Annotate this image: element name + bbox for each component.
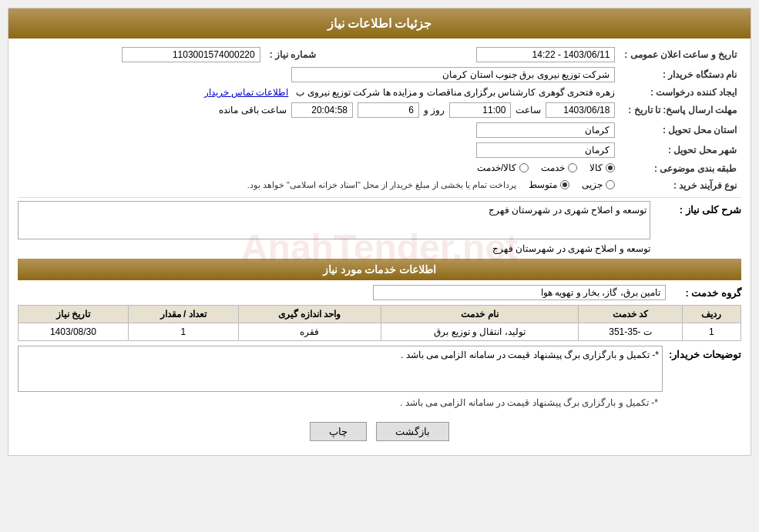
remaining-time: 1403/06/18 ساعت 11:00 روز و 6 20:04:58 س… bbox=[219, 102, 615, 118]
tarikh-elan-label: تاریخ و ساعت اعلان عمومی : bbox=[620, 45, 741, 65]
sharh-label: شرح کلی نیاز : bbox=[657, 201, 741, 216]
content-area: AnahTender.net تاریخ و ساعت اعلان عمومی … bbox=[8, 38, 751, 455]
noE-motevaset-radio[interactable] bbox=[560, 180, 569, 189]
shomara-value: 1103001574000220 bbox=[18, 45, 265, 65]
page-header: جزئیات اطلاعات نیاز bbox=[8, 8, 751, 38]
ostan-label: استان محل تحویل : bbox=[620, 120, 741, 140]
ijad-link[interactable]: اطلاعات تماس خریدار bbox=[204, 87, 289, 98]
mohlat-row: 1403/06/18 ساعت 11:00 روز و 6 20:04:58 س… bbox=[18, 100, 620, 120]
noE-radio-group: جزیی متوسط پرداخت تمام یا بخشی از مبلغ خ… bbox=[247, 179, 616, 190]
mohlat-label: مهلت ارسال پاسخ: تا تاریخ : bbox=[620, 100, 741, 120]
tabaqe-kala-radio[interactable] bbox=[606, 163, 615, 172]
shomara-label: شماره نیاز : bbox=[265, 45, 358, 65]
tabaqe-kala-label: کالا bbox=[589, 162, 603, 173]
tarikh-elan-value: 1403/06/11 - 14:22 bbox=[373, 45, 620, 65]
shahr-value: کرمان bbox=[18, 140, 620, 160]
tawzeehat-label: توضیحات خریدار: bbox=[669, 346, 741, 360]
tabaqe-khedmat-label: خدمت bbox=[541, 162, 565, 173]
col-radif: ردیف bbox=[682, 306, 741, 323]
tawzeehat-row: توضیحات خریدار: *- تکمیل و بارگزاری برگ … bbox=[18, 346, 741, 411]
ijad-value: زهره فتحری گوهری کارشناس برگزاری مناقصات… bbox=[18, 85, 620, 100]
shomara-box: 1103001574000220 bbox=[122, 47, 260, 62]
sharh-textarea[interactable] bbox=[18, 201, 650, 239]
col-vahed: واحد اندازه گیری bbox=[238, 306, 381, 323]
main-container: جزئیات اطلاعات نیاز AnahTender.net تاریخ… bbox=[8, 8, 751, 456]
tarikh-elan-box: 1403/06/11 - 14:22 bbox=[476, 47, 615, 62]
button-bar: بازگشت چاپ bbox=[18, 414, 741, 449]
tawzeehat-textarea[interactable] bbox=[18, 346, 663, 392]
baqi-label: ساعت باقی مانده bbox=[219, 105, 287, 115]
noE-jezii-item[interactable]: جزیی bbox=[582, 179, 615, 190]
tabaqe-khedmat-item[interactable]: خدمت bbox=[541, 162, 577, 173]
tabaqe-label: طبقه بندی موضوعی : bbox=[620, 160, 741, 177]
info-table: تاریخ و ساعت اعلان عمومی : 1403/06/11 - … bbox=[18, 45, 741, 194]
tarikh-pasokh-box: 1403/06/18 bbox=[546, 102, 615, 118]
tabaqe-kala-item[interactable]: کالا bbox=[589, 162, 615, 173]
nam-dastgah-box: شرکت توزیع نیروی برق جنوب استان کرمان bbox=[291, 67, 615, 82]
noE-row: جزیی متوسط پرداخت تمام یا بخشی از مبلغ خ… bbox=[18, 177, 620, 194]
cell-tarikh: 1403/08/30 bbox=[18, 323, 129, 341]
saat-label: ساعت bbox=[516, 105, 541, 115]
col-kod: کد خدمت bbox=[579, 306, 682, 323]
noE-motevaset-label: متوسط bbox=[529, 179, 557, 190]
noE-jezii-label: جزیی bbox=[582, 179, 603, 190]
services-header: اطلاعات خدمات مورد نیاز bbox=[18, 259, 741, 280]
grooh-value: تامین برق، گاز، بخار و تهویه هوا bbox=[18, 285, 666, 300]
grooh-label: گروه خدمت : bbox=[672, 287, 741, 299]
tabaqe-kala-khedmat-radio[interactable] bbox=[519, 163, 529, 172]
nam-dastgah-value: شرکت توزیع نیروی برق جنوب استان کرمان bbox=[18, 65, 620, 85]
baqi-box: 20:04:58 bbox=[291, 102, 353, 118]
ostan-box: کرمان bbox=[476, 122, 615, 138]
cell-radif: 1 bbox=[682, 323, 741, 341]
tabaqe-kala-khedmat-item[interactable]: کالا/خدمت bbox=[477, 162, 529, 173]
tabaqe-row: کالا خدمت کالا/خدمت bbox=[18, 160, 620, 177]
noE-motevaset-item[interactable]: متوسط bbox=[529, 179, 569, 190]
noE-jezii-radio[interactable] bbox=[606, 180, 615, 189]
nam-dastgah-label: نام دستگاه خریدار : bbox=[620, 65, 741, 85]
services-table: ردیف کد خدمت نام خدمت واحد اندازه گیری ت… bbox=[18, 305, 741, 341]
col-nam: نام خدمت bbox=[381, 306, 579, 323]
sharh-value-display: توسعه و اصلاح شهری در شهرستان فهرج bbox=[18, 242, 650, 256]
grooh-box: تامین برق، گاز، بخار و تهویه هوا bbox=[373, 285, 666, 300]
shahr-box: کرمان bbox=[476, 142, 615, 158]
back-button[interactable]: بازگشت bbox=[376, 422, 449, 441]
roz-label: روز و bbox=[424, 105, 445, 115]
cell-tedad: 1 bbox=[128, 323, 238, 341]
ijad-label: ایجاد کننده درخواست : bbox=[620, 85, 741, 100]
noE-pardakht-text: پرداخت تمام یا بخشی از مبلغ خریدار از مح… bbox=[247, 180, 517, 190]
saat-pasokh-box: 11:00 bbox=[449, 102, 511, 118]
services-section: اطلاعات خدمات مورد نیاز گروه خدمت : تامی… bbox=[18, 259, 741, 411]
tabaqe-khedmat-radio[interactable] bbox=[568, 163, 577, 172]
tabaqe-radio-group: کالا خدمت کالا/خدمت bbox=[477, 162, 615, 173]
col-tarikh: تاریخ نیاز bbox=[18, 306, 129, 323]
shahr-label: شهر محل تحویل : bbox=[620, 140, 741, 160]
print-button[interactable]: چاپ bbox=[310, 422, 367, 441]
cell-vahed: فقره bbox=[238, 323, 381, 341]
col-tedad: تعداد / مقدار bbox=[128, 306, 238, 323]
roz-box: 6 bbox=[358, 102, 419, 118]
sharh-content: توسعه و اصلاح شهری در شهرستان فهرج bbox=[18, 201, 650, 256]
tawzeehat-content: *- تکمیل و بارگزاری برگ پیشنهاد قیمت در … bbox=[18, 346, 663, 411]
noE-label: نوع فرآیند خرید : bbox=[620, 177, 741, 194]
cell-kod: ت -35-351 bbox=[579, 323, 682, 341]
tabaqe-kala-khedmat-label: کالا/خدمت bbox=[477, 162, 516, 173]
grooh-row: گروه خدمت : تامین برق، گاز، بخار و تهویه… bbox=[18, 285, 741, 300]
ijad-text: زهره فتحری گوهری کارشناس برگزاری مناقصات… bbox=[296, 87, 615, 98]
ostan-value: کرمان bbox=[18, 120, 620, 140]
tawzeehat-note: *- تکمیل و بارگزاری برگ پیشنهاد قیمت در … bbox=[18, 394, 663, 411]
page-title: جزئیات اطلاعات نیاز bbox=[327, 17, 432, 30]
cell-nam: تولید، انتقال و توزیع برق bbox=[381, 323, 579, 341]
divider-1 bbox=[18, 197, 741, 198]
sharh-section: شرح کلی نیاز : توسعه و اصلاح شهری در شهر… bbox=[18, 201, 741, 256]
table-row: 1ت -35-351تولید، انتقال و توزیع برقفقره1… bbox=[18, 323, 741, 341]
